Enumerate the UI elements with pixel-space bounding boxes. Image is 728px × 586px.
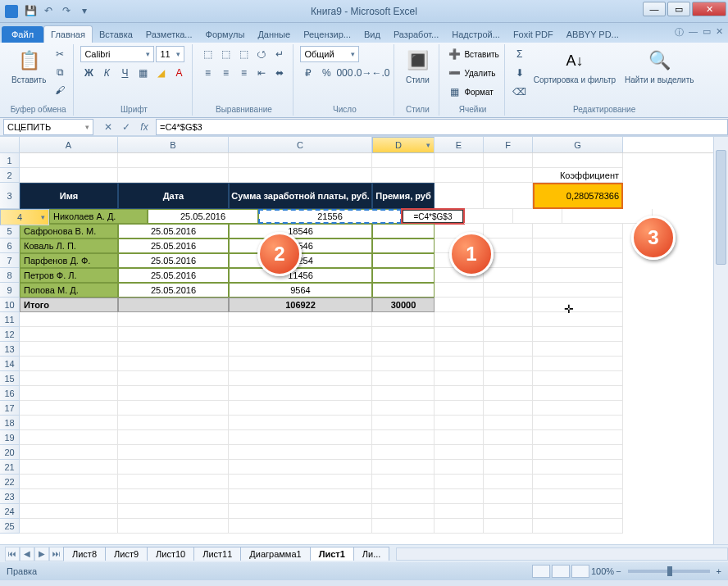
tab-view[interactable]: Вид: [357, 26, 387, 43]
header-name[interactable]: Имя: [20, 183, 118, 209]
row-10[interactable]: 10: [0, 298, 20, 312]
col-C[interactable]: C: [229, 137, 372, 152]
tab-review[interactable]: Рецензир...: [297, 26, 357, 43]
insert-cells-icon[interactable]: ➕: [446, 46, 462, 62]
help-icon[interactable]: ⓘ: [675, 26, 684, 39]
col-E[interactable]: E: [435, 137, 484, 152]
autosum-icon[interactable]: Σ: [512, 46, 528, 62]
worksheet-grid[interactable]: A B C D E F G 1 2 Коэффициент 3 Имя Дата…: [0, 136, 728, 544]
find-select-button[interactable]: 🔍 Найти и выделить: [621, 46, 697, 86]
zoom-in-button[interactable]: +: [717, 566, 721, 576]
align-middle-icon[interactable]: ⬚: [217, 46, 234, 62]
merge-icon[interactable]: ⬌: [271, 65, 288, 81]
row-2[interactable]: 2: [0, 168, 20, 183]
sheet-tab[interactable]: Лист10: [147, 547, 194, 561]
percent-icon[interactable]: %: [318, 65, 334, 81]
redo-icon[interactable]: ↷: [59, 3, 74, 18]
styles-button[interactable]: 🔳 Стили: [401, 46, 434, 86]
col-G[interactable]: G: [533, 137, 623, 152]
header-sum[interactable]: Сумма заработной платы, руб.: [229, 183, 372, 209]
minimize-button[interactable]: —: [643, 2, 666, 16]
total-sum[interactable]: 106922: [229, 298, 372, 312]
tab-foxit[interactable]: Foxit PDF: [507, 26, 560, 43]
view-normal-button[interactable]: [532, 565, 550, 578]
sort-filter-button[interactable]: A↓ Сортировка и фильтр: [530, 46, 619, 86]
indent-dec-icon[interactable]: ⇤: [253, 65, 270, 81]
sheet-tab[interactable]: Диаграмма1: [240, 547, 310, 561]
font-size-select[interactable]: 11: [156, 46, 184, 62]
sheet-nav-first[interactable]: ⏮: [5, 547, 20, 561]
col-F[interactable]: F: [484, 137, 533, 152]
align-left-icon[interactable]: ≡: [199, 65, 216, 81]
align-center-icon[interactable]: ≡: [217, 65, 234, 81]
cut-icon[interactable]: ✂: [52, 46, 68, 62]
tab-data[interactable]: Данные: [251, 26, 297, 43]
font-color-button[interactable]: A: [171, 65, 187, 81]
zoom-level[interactable]: 100%: [591, 566, 614, 576]
undo-icon[interactable]: ↶: [41, 3, 56, 18]
tab-layout[interactable]: Разметка...: [139, 26, 199, 43]
total-prem[interactable]: 30000: [372, 298, 435, 312]
row-5[interactable]: 5: [0, 224, 20, 238]
header-prem[interactable]: Премия, руб: [372, 183, 435, 209]
tab-addins[interactable]: Надстрой...: [445, 26, 507, 43]
doc-close-icon[interactable]: ✕: [716, 26, 723, 39]
clear-icon[interactable]: ⌫: [512, 84, 528, 100]
orientation-icon[interactable]: ⭯: [253, 46, 270, 62]
cell-B4[interactable]: 25.05.2016: [148, 209, 258, 224]
cell-G2[interactable]: Коэффициент: [533, 168, 623, 183]
cancel-formula-icon[interactable]: ✕: [100, 120, 116, 134]
save-icon[interactable]: 💾: [23, 3, 38, 18]
format-painter-icon[interactable]: 🖌: [52, 82, 68, 98]
delete-cells-icon[interactable]: ➖: [446, 65, 462, 81]
align-right-icon[interactable]: ≡: [235, 65, 252, 81]
format-cells-icon[interactable]: ▦: [446, 84, 462, 100]
col-A[interactable]: A: [20, 137, 118, 152]
doc-minimize-icon[interactable]: —: [689, 26, 698, 39]
inc-decimal-icon[interactable]: .0→: [354, 65, 371, 81]
header-date[interactable]: Дата: [118, 183, 229, 209]
bold-button[interactable]: Ж: [80, 65, 97, 81]
sheet-nav-prev[interactable]: ◀: [20, 547, 34, 561]
col-D[interactable]: D: [372, 137, 435, 153]
enter-formula-icon[interactable]: ✓: [118, 120, 134, 134]
sheet-tab-active[interactable]: Лист1: [310, 547, 354, 561]
row-4[interactable]: 4: [0, 209, 49, 225]
zoom-out-button[interactable]: −: [616, 566, 621, 576]
wrap-text-icon[interactable]: ↵: [271, 46, 288, 62]
cell-D4-active[interactable]: =C4*$G$3: [402, 209, 464, 224]
font-name-select[interactable]: Calibri: [80, 46, 154, 62]
fill-color-button[interactable]: ◢: [152, 65, 169, 81]
dec-decimal-icon[interactable]: ←.0: [372, 65, 389, 81]
italic-button[interactable]: К: [98, 65, 115, 81]
sheet-tab[interactable]: Ли...: [353, 547, 390, 561]
number-format-select[interactable]: Общий: [300, 46, 359, 62]
formula-input[interactable]: =C4*$G$3: [156, 119, 728, 135]
cell-G3[interactable]: 0,280578366: [533, 183, 623, 209]
tab-insert[interactable]: Вставка: [93, 26, 139, 43]
horizontal-scrollbar[interactable]: [396, 547, 728, 561]
row-1[interactable]: 1: [0, 153, 20, 168]
cell-C4[interactable]: 21556: [258, 209, 402, 224]
paste-button[interactable]: 📋 Вставить: [8, 46, 49, 86]
sheet-nav-next[interactable]: ▶: [34, 547, 49, 561]
qat-dropdown-icon[interactable]: ▾: [77, 3, 92, 18]
close-button[interactable]: ✕: [692, 2, 726, 16]
select-all-corner[interactable]: [0, 137, 20, 153]
row-7[interactable]: 7: [0, 253, 20, 268]
sheet-tab[interactable]: Лист8: [63, 547, 106, 561]
view-pagebreak-button[interactable]: [571, 565, 589, 578]
row-9[interactable]: 9: [0, 283, 20, 298]
tab-abbyy[interactable]: ABBYY PD...: [560, 26, 626, 43]
row-8[interactable]: 8: [0, 268, 20, 283]
total-label[interactable]: Итого: [20, 298, 118, 312]
border-button[interactable]: ▦: [134, 65, 151, 81]
doc-restore-icon[interactable]: ▭: [703, 26, 711, 39]
tab-home[interactable]: Главная: [43, 25, 93, 43]
col-B[interactable]: B: [118, 137, 229, 152]
view-layout-button[interactable]: [552, 565, 570, 578]
align-bottom-icon[interactable]: ⬚: [235, 46, 252, 62]
zoom-slider[interactable]: [628, 570, 710, 573]
sheet-tab[interactable]: Лист11: [193, 547, 241, 561]
row-3[interactable]: 3: [0, 183, 20, 209]
